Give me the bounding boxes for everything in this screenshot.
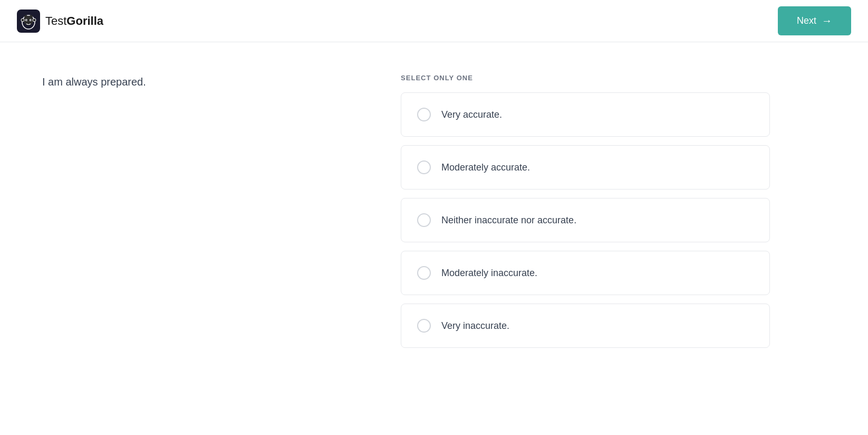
select-only-one-label: SELECT ONLY ONE [401,74,770,82]
svg-point-5 [26,20,27,21]
logo: TestGorilla [17,10,103,33]
question-area: I am always prepared. [42,74,359,348]
radio-neither [417,213,431,227]
svg-point-11 [33,18,36,22]
option-moderately-accurate-label: Moderately accurate. [441,162,530,173]
radio-moderately-accurate [417,160,431,174]
option-moderately-inaccurate[interactable]: Moderately inaccurate. [401,251,770,295]
app-header: TestGorilla Next → [0,0,868,42]
question-text: I am always prepared. [42,74,359,90]
option-neither[interactable]: Neither inaccurate nor accurate. [401,198,770,242]
logo-icon [17,10,40,33]
svg-point-10 [21,18,24,22]
options-area: SELECT ONLY ONE Very accurate. Moderatel… [401,74,770,348]
radio-very-accurate [417,108,431,121]
option-very-accurate-label: Very accurate. [441,109,502,120]
option-very-inaccurate-label: Very inaccurate. [441,320,509,332]
option-neither-label: Neither inaccurate nor accurate. [441,215,576,226]
option-moderately-inaccurate-label: Moderately inaccurate. [441,268,537,279]
option-very-inaccurate[interactable]: Very inaccurate. [401,304,770,348]
logo-text: TestGorilla [45,14,103,28]
svg-point-13 [30,15,33,17]
option-very-accurate[interactable]: Very accurate. [401,92,770,137]
radio-moderately-inaccurate [417,266,431,280]
svg-point-6 [31,20,32,21]
svg-point-9 [29,21,30,22]
main-content: I am always prepared. SELECT ONLY ONE Ve… [0,42,868,380]
svg-point-8 [27,21,28,22]
radio-very-inaccurate [417,319,431,333]
next-button-label: Next [797,15,816,26]
next-arrow-icon: → [822,15,832,27]
option-moderately-accurate[interactable]: Moderately accurate. [401,145,770,190]
options-list: Very accurate. Moderately accurate. Neit… [401,92,770,348]
svg-point-12 [24,15,27,17]
next-button[interactable]: Next → [778,6,851,35]
